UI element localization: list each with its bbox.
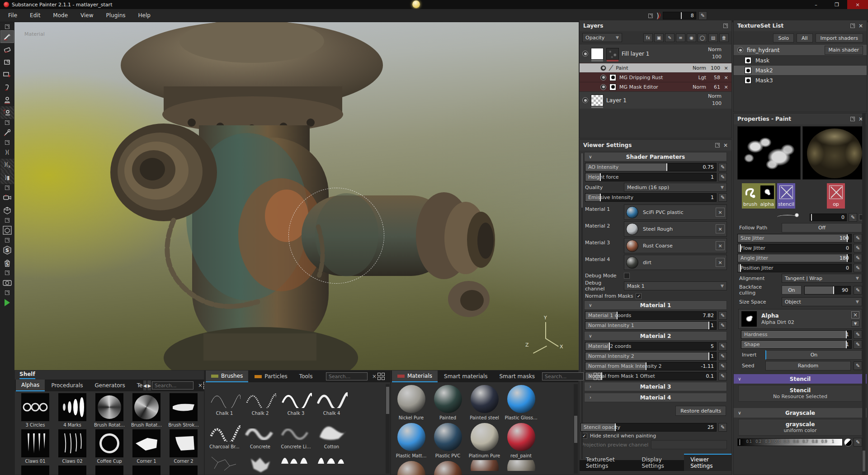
shelf-item[interactable]: Brush Strok... — [165, 393, 202, 428]
dial-value-field[interactable]: 0 — [810, 214, 847, 221]
delete-layer-button[interactable]: 🗑 — [719, 33, 729, 42]
menu-mode[interactable]: Mode — [47, 10, 73, 20]
material-4-resource[interactable]: dirt × — [624, 255, 727, 270]
substance-source-icon[interactable]: S — [0, 244, 14, 256]
brush-size-edit-button[interactable]: ✎ — [698, 11, 707, 20]
tab-materials[interactable]: Materials — [392, 370, 438, 382]
backface-culling-toggle[interactable]: On — [782, 285, 802, 294]
effect-blend[interactable]: Lgt — [691, 75, 706, 81]
popout-icon[interactable] — [0, 139, 14, 146]
orthographic-view-tool[interactable] — [0, 224, 14, 237]
debug-channel-dropdown[interactable]: Mask 1▼ — [624, 281, 727, 290]
scrollbar[interactable] — [386, 384, 390, 474]
viewport-3d[interactable]: Material Y X Z — [14, 22, 579, 370]
plugin-play-icon[interactable] — [0, 296, 14, 309]
tab-procedurals[interactable]: Procedurals — [46, 380, 88, 391]
channel-row-mask2[interactable]: Mask2 — [734, 65, 867, 75]
add-fill-button[interactable]: ▣ — [654, 33, 664, 42]
popout-icon[interactable] — [850, 117, 855, 121]
visibility-toggle[interactable] — [737, 47, 743, 53]
stencil-resource-box[interactable]: Stencil No Resource Selected — [738, 385, 862, 402]
popout-icon[interactable] — [0, 289, 14, 296]
restore-defaults-button[interactable]: Restore defaults — [675, 406, 726, 416]
layer-opacity[interactable]: 100 — [712, 54, 722, 60]
alpha-thumbnail-small[interactable] — [759, 183, 775, 201]
tab-brushes[interactable]: Brushes — [206, 370, 248, 382]
grayscale-section-header[interactable]: ∨ Grayscale — [734, 408, 867, 418]
normal-from-mask-intensity-2-slider[interactable]: Normal from Mask Intensity 2 -1.11 — [585, 362, 717, 370]
menu-view[interactable]: View — [75, 10, 99, 20]
edit-value-button[interactable]: ✎ — [718, 362, 727, 370]
clear-resource-button[interactable]: × — [716, 241, 725, 250]
clear-alpha-button[interactable]: × — [851, 311, 859, 318]
stencil-tool-button[interactable]: stencil — [777, 183, 795, 209]
debug-mode-checkbox[interactable] — [624, 273, 630, 279]
edit-value-button[interactable]: ✎ — [718, 352, 727, 361]
menu-file[interactable]: File — [3, 10, 23, 20]
brush-size-slider[interactable]: 8 — [663, 12, 696, 19]
materials-search-input[interactable] — [542, 372, 584, 380]
material-item[interactable]: Rust Coarse — [393, 460, 429, 475]
emissive-intensity-slider[interactable]: Emissive Intensity 1 — [585, 193, 717, 202]
tab-textures[interactable]: Textures — [132, 380, 142, 391]
material-1-section[interactable]: ∨ Material 1 — [584, 300, 727, 310]
clear-search-icon[interactable]: × — [372, 373, 377, 380]
grayscale-gradient-slider[interactable]: 0.1 0.2 0.3 0.4 0.5 0.6 0.7 0.8 0.9 1 — [737, 438, 843, 446]
tab-generators[interactable]: Generators — [90, 380, 131, 391]
clear-search-icon[interactable]: × — [198, 382, 203, 389]
material-item[interactable]: red_paint — [503, 422, 539, 459]
brush-item-partial[interactable] — [314, 451, 349, 475]
material-item[interactable]: Plastic Gloss... — [503, 384, 539, 421]
tab-scroll-right-icon[interactable]: ▶ — [147, 380, 151, 390]
edit-value-button[interactable]: ✎ — [718, 342, 727, 351]
effect-blend[interactable]: Norm — [691, 84, 706, 90]
add-effect-button[interactable]: fx — [643, 33, 653, 42]
brush-item[interactable]: Chalk 4 — [314, 384, 349, 417]
visibility-toggle[interactable] — [582, 51, 588, 57]
angle-jitter-slider[interactable]: Angle Jitter 180 — [737, 254, 852, 262]
material-2-coords-slider[interactable]: Material 2 coords 5 — [585, 342, 717, 351]
add-layer-button[interactable]: ≡ — [676, 33, 685, 42]
material-item[interactable]: Plastic PVC — [429, 422, 466, 459]
brush-item[interactable]: Chalk 3 — [278, 384, 314, 417]
close-icon[interactable]: × — [723, 142, 728, 148]
material-1-resource[interactable]: SciFi PVC plastic × — [624, 204, 727, 220]
hardness-slider[interactable]: Hardness 1 — [741, 330, 852, 339]
shelf-item-partial[interactable] — [91, 466, 128, 475]
brush-item[interactable]: Cracks — [207, 451, 242, 475]
shader-parameters-section[interactable]: ∨ Shader Parameters — [584, 152, 727, 162]
clone-tool[interactable] — [0, 94, 14, 106]
layer-content-thumbnail[interactable] — [591, 95, 604, 106]
shelf-item[interactable]: 4 Marks — [54, 393, 91, 428]
shape-slider[interactable]: Shape 1 — [741, 340, 852, 349]
add-mask-button[interactable]: ◯ — [698, 33, 707, 42]
eraser-tool[interactable] — [0, 43, 14, 56]
layer-content-thumbnail[interactable] — [606, 48, 619, 60]
edit-value-button[interactable]: ✎ — [854, 438, 862, 446]
brush-item[interactable]: Concrete Li... — [278, 418, 314, 450]
tab-particles[interactable]: Particles — [249, 371, 293, 382]
layer-opacity[interactable]: 100 — [712, 100, 722, 106]
tab-viewer-settings[interactable]: Viewer Settings — [684, 454, 731, 471]
shelf-item[interactable]: Corner 2 — [165, 429, 202, 465]
grid-view-icon[interactable] — [377, 373, 385, 380]
substance-share-icon[interactable]: S — [0, 256, 14, 269]
visibility-toggle[interactable] — [600, 84, 606, 90]
environment-preview-thumbnail[interactable] — [802, 126, 866, 180]
material-item[interactable]: Nickel Pure — [393, 384, 429, 421]
material-2-resource[interactable]: Steel Rough × — [624, 221, 727, 237]
polygon-fill-tool[interactable] — [0, 68, 14, 81]
shelf-item[interactable]: Brush Rotat... — [128, 393, 165, 428]
normal-intensity-2-slider[interactable]: Normal Intensity 2 1 — [585, 352, 717, 361]
material-2-section[interactable]: ∨ Material 2 — [584, 331, 727, 341]
popout-icon[interactable] — [0, 119, 14, 126]
shelf-item-partial[interactable] — [54, 466, 91, 475]
brush-item[interactable]: Crystal — [242, 451, 278, 475]
edit-value-button[interactable]: ✎ — [854, 330, 862, 339]
effect-opacity[interactable]: 100 — [709, 65, 720, 71]
stencil-section-header[interactable]: ∨ Stencil — [734, 374, 867, 384]
edit-value-button[interactable]: ✎ — [854, 264, 862, 272]
tab-alphas[interactable]: Alphas — [16, 380, 45, 391]
material-3-resource[interactable]: Rust Coarse × — [624, 238, 727, 253]
effect-opacity[interactable]: 61 — [709, 84, 720, 90]
